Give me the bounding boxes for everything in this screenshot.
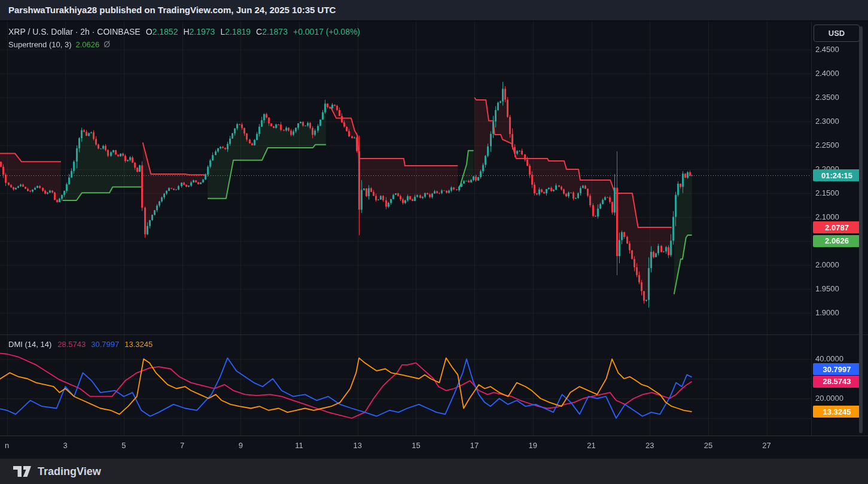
time-axis-label: 11: [295, 441, 303, 450]
supertrend-status-row[interactable]: Supertrend (10, 3)2.0626Ø: [8, 39, 110, 49]
dmi-adx-value: 28.5743: [57, 340, 86, 349]
time-axis-label: 25: [704, 441, 712, 450]
slashed-circle-icon: Ø: [103, 39, 110, 49]
time-axis-label: 17: [470, 441, 479, 450]
time-scale[interactable]: n3579111315171921232527: [0, 436, 868, 456]
chart-canvas[interactable]: [0, 0, 868, 484]
time-axis-label: 13: [353, 441, 361, 450]
dmi-minus-di-value: 13.3245: [124, 340, 153, 349]
time-axis-label: 7: [180, 441, 184, 450]
time-axis-label: 9: [239, 441, 243, 450]
dmi-minus-di-badge: 13.3245: [813, 406, 861, 418]
dmi-plus-di-badge: 30.7997: [813, 363, 861, 375]
dmi-adx-badge: 28.5743: [813, 376, 861, 388]
symbol-title: XRP / U.S. Dollar · 2h · COINBASE: [8, 27, 141, 36]
ohlc-close-label: C: [256, 27, 262, 36]
tradingview-brand-text[interactable]: TradingView: [38, 465, 101, 478]
dmi-label: DMI (14, 14): [8, 340, 51, 349]
ohlc-low-value: 2.1819: [225, 27, 251, 36]
time-axis-label: 19: [529, 441, 537, 450]
supertrend-stop-badge: 2.0787: [813, 221, 861, 233]
time-axis-label: 21: [587, 441, 595, 450]
tradingview-snapshot-page: ParshwaTurakhiya28 published on TradingV…: [0, 0, 868, 484]
supertrend-value-badge: 2.0626: [813, 235, 861, 247]
tradingview-logo-icon[interactable]: [13, 466, 32, 477]
scrollbar-thumb[interactable]: [859, 26, 863, 433]
time-axis-label: 27: [762, 441, 770, 450]
ohlc-low-label: L: [220, 27, 225, 36]
time-axis-label: 15: [412, 441, 420, 450]
time-axis-label: n: [5, 441, 9, 450]
ohlc-open-label: O: [146, 27, 153, 36]
ohlc-high-value: 2.1973: [190, 27, 215, 36]
symbol-status-row: XRP / U.S. Dollar · 2h · COINBASEO2.1852…: [8, 27, 360, 36]
price-change: +0.0017 (+0.08%): [293, 27, 360, 36]
time-axis-label: 5: [121, 441, 126, 450]
dmi-plus-di-value: 30.7997: [91, 340, 119, 349]
countdown-badge: 01:24:15: [813, 169, 861, 181]
supertrend-label: Supertrend (10, 3): [8, 40, 72, 49]
dmi-status-row[interactable]: DMI (14, 14)28.574330.799713.3245: [8, 340, 153, 349]
ohlc-close-value: 2.1873: [262, 27, 288, 36]
time-axis-label: 3: [63, 441, 68, 450]
footer-bar: TradingView: [0, 458, 868, 484]
time-axis-label: 23: [645, 441, 654, 450]
ohlc-open-value: 2.1852: [153, 27, 178, 36]
currency-toggle-button[interactable]: USD: [814, 25, 860, 42]
ohlc-high-label: H: [183, 27, 189, 36]
supertrend-value: 2.0626: [76, 40, 100, 49]
